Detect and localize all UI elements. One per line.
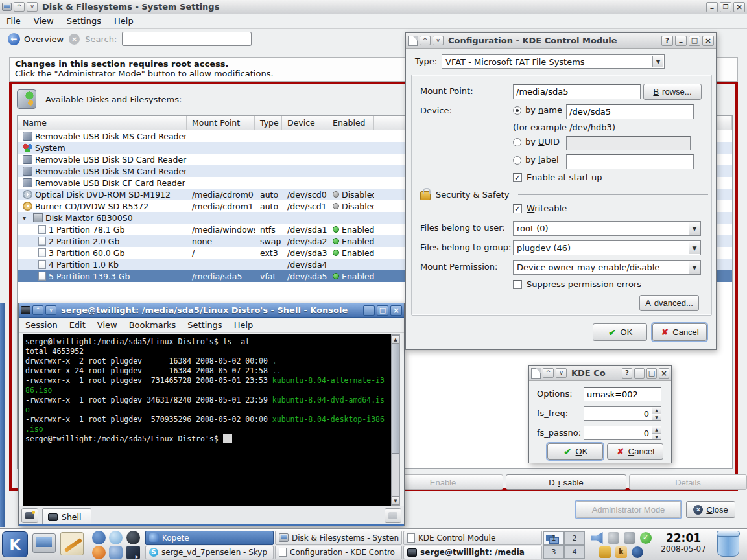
- taskbar-task[interactable]: serge@twillight: /media: [403, 546, 542, 560]
- advanced-button[interactable]: Advanced...: [639, 295, 699, 311]
- menu-edit[interactable]: Edit: [69, 320, 86, 330]
- cancel-button[interactable]: Cancel: [652, 323, 707, 341]
- mount-permission-combobox[interactable]: Device owner may enable/disable ▼: [513, 260, 701, 275]
- firefox-launcher-icon[interactable]: [92, 546, 106, 559]
- trash-icon[interactable]: [717, 532, 739, 557]
- konsole-titlebar[interactable]: serge@twillight: /media/sda5/Linux Distr…: [19, 303, 404, 318]
- disable-button[interactable]: Disable: [506, 474, 626, 490]
- pager-desktop-4[interactable]: 4: [564, 545, 585, 559]
- by-label-radio[interactable]: [513, 156, 521, 165]
- enable-startup-checkbox[interactable]: [513, 173, 522, 182]
- keep-above-button[interactable]: [543, 368, 554, 378]
- kde-menu-button[interactable]: [2, 531, 28, 557]
- device-icon[interactable]: [624, 532, 635, 544]
- menu-view[interactable]: View: [97, 320, 117, 330]
- by-uuid-label[interactable]: by UUID: [525, 137, 560, 146]
- scroll-up-icon[interactable]: ▲: [392, 335, 399, 344]
- type-combobox[interactable]: VFAT - Microsoft FAT File Systems ▼: [442, 54, 665, 69]
- scrollbar-thumb[interactable]: [392, 344, 399, 454]
- close-icon[interactable]: [702, 36, 714, 46]
- by-uuid-radio[interactable]: [513, 138, 521, 146]
- browser-icon[interactable]: [632, 546, 643, 558]
- taskbar-task[interactable]: Disk & Filesystems - Systen: [275, 531, 402, 545]
- close-icon[interactable]: [659, 368, 669, 379]
- spin-down-icon[interactable]: ▼: [652, 414, 661, 421]
- maximize-button[interactable]: [689, 36, 700, 46]
- close-icon[interactable]: [733, 2, 745, 12]
- group-combobox[interactable]: plugdev (46) ▼: [513, 240, 701, 255]
- collaboration-launcher-icon[interactable]: [109, 546, 123, 559]
- updates-available-icon[interactable]: [640, 532, 652, 544]
- header-mount-point[interactable]: Mount Point: [187, 116, 255, 130]
- detach-session-button[interactable]: [385, 508, 401, 523]
- terminal[interactable]: serge@twillight:/media/sda5/Linux Distro…: [23, 334, 391, 506]
- help-button[interactable]: [661, 36, 673, 46]
- administrator-mode-button[interactable]: Administrator Mode: [576, 501, 681, 518]
- menu-view[interactable]: View: [34, 16, 54, 26]
- device-label-input[interactable]: [566, 154, 694, 169]
- thunderbird-launcher-icon[interactable]: [92, 531, 106, 544]
- taskbar-task[interactable]: Configuration - KDE Contro: [275, 546, 402, 560]
- fs-passno-spinner[interactable]: 0 ▲▼: [584, 426, 661, 440]
- ok-button[interactable]: OK: [593, 323, 647, 341]
- config-titlebar[interactable]: Configuration - KDE Control Module: [406, 33, 716, 49]
- menu-bookmarks[interactable]: Bookmarks: [129, 320, 176, 330]
- minimize-button[interactable]: [363, 305, 375, 316]
- network-monitor-icon[interactable]: [608, 532, 619, 544]
- new-session-button[interactable]: [21, 508, 38, 523]
- menu-session[interactable]: Session: [25, 320, 58, 330]
- tab-shell[interactable]: Shell: [42, 508, 91, 525]
- search-input[interactable]: [122, 32, 252, 46]
- show-desktop-button[interactable]: [32, 533, 56, 553]
- header-type[interactable]: Type: [255, 116, 282, 130]
- klipper-icon[interactable]: [615, 546, 627, 558]
- clear-search-icon[interactable]: [69, 34, 80, 45]
- menu-help[interactable]: Help: [234, 320, 254, 330]
- keep-below-button[interactable]: [27, 2, 38, 12]
- minimize-button[interactable]: [675, 36, 687, 46]
- keep-above-button[interactable]: [32, 305, 43, 315]
- close-button[interactable]: Close: [686, 501, 735, 518]
- suppress-errors-checkbox[interactable]: [513, 280, 522, 289]
- details-button[interactable]: Details: [629, 474, 747, 490]
- spin-up-icon[interactable]: ▲: [652, 407, 661, 414]
- clock[interactable]: 22:01 2008-05-07: [654, 531, 713, 559]
- close-icon[interactable]: [390, 305, 402, 316]
- header-device[interactable]: Device: [282, 116, 327, 130]
- by-label-label[interactable]: by label: [525, 155, 559, 165]
- fs-freq-spinner[interactable]: 0 ▲▼: [584, 406, 661, 421]
- mount-point-input[interactable]: [513, 84, 641, 99]
- overview-button[interactable]: Overview: [8, 33, 64, 45]
- options-titlebar[interactable]: KDE Co: [529, 366, 671, 381]
- volume-icon[interactable]: [591, 532, 603, 544]
- minimize-button[interactable]: [634, 368, 645, 379]
- note-taker-launcher[interactable]: [60, 532, 84, 555]
- header-name[interactable]: Name: [18, 116, 187, 130]
- device-name-input[interactable]: [566, 104, 694, 119]
- minimize-button[interactable]: [706, 2, 718, 12]
- keep-below-button[interactable]: [556, 368, 567, 378]
- pager-desktop-2[interactable]: 2: [564, 531, 585, 545]
- options-input[interactable]: [584, 387, 661, 401]
- by-name-radio[interactable]: [513, 106, 521, 115]
- enable-startup-label[interactable]: Enable at start up: [527, 172, 602, 182]
- screen-capture-launcher-icon[interactable]: [126, 546, 140, 559]
- menu-help[interactable]: Help: [114, 16, 134, 26]
- user-combobox[interactable]: root (0) ▼: [513, 221, 701, 236]
- taskbar-task[interactable]: serge_vd_7penselen - Skyp: [145, 546, 274, 560]
- by-name-label[interactable]: by name: [525, 105, 562, 115]
- taskbar-task[interactable]: KDE Control Module: [403, 531, 542, 545]
- menu-settings[interactable]: Settings: [67, 16, 101, 26]
- help-button[interactable]: [622, 368, 632, 379]
- writeable-checkbox[interactable]: [513, 204, 522, 213]
- terminal-scrollbar[interactable]: ▲ ▼: [391, 334, 400, 506]
- menu-settings[interactable]: Settings: [187, 320, 222, 330]
- menu-file[interactable]: File: [6, 16, 21, 26]
- messenger-globe-launcher-icon[interactable]: [109, 531, 123, 544]
- cancel-button[interactable]: Cancel: [607, 443, 663, 460]
- pager-desktop-1[interactable]: 1: [543, 531, 564, 545]
- keep-below-button[interactable]: [45, 305, 56, 315]
- restore-button[interactable]: [720, 2, 731, 12]
- scroll-down-icon[interactable]: ▼: [392, 496, 399, 505]
- maximize-button[interactable]: [377, 305, 388, 316]
